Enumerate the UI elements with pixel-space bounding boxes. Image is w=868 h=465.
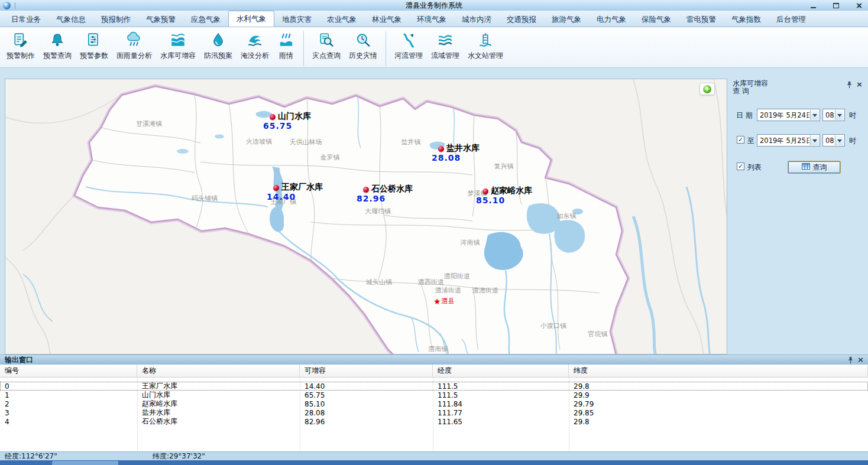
river-management-icon	[400, 31, 417, 49]
panel-title-line2: 查 询	[733, 87, 768, 95]
toolbar-button-河流管理[interactable]: 河流管理	[390, 30, 427, 67]
toolbar-button-label: 预警制作	[7, 51, 35, 61]
toolbar-button-流域管理[interactable]: 流域管理	[427, 30, 464, 67]
disaster-point-query-icon	[318, 31, 335, 49]
toolbar-button-预警制作[interactable]: 预警制作	[2, 30, 39, 67]
output-header-row: 编号名称可增容经度纬度	[0, 365, 868, 378]
column-header-名称[interactable]: 名称	[137, 365, 300, 377]
town-label-小渡口镇: 小渡口镇	[540, 321, 566, 330]
start-date-row: 日 期 2019年 5月24日 08 时	[729, 109, 868, 122]
toolbar-button-label: 流域管理	[431, 51, 459, 61]
menu-item-气象预警[interactable]: 气象预警	[138, 12, 183, 27]
list-query-row: ✓ 列表 查询	[729, 161, 868, 174]
table-cell: 石公桥水库	[137, 417, 300, 427]
menu-item-农业气象[interactable]: 农业气象	[319, 12, 364, 27]
close-button[interactable]: ×	[854, 1, 864, 10]
query-button[interactable]: 查询	[788, 161, 841, 174]
menu-item-后台管理[interactable]: 后台管理	[769, 12, 814, 27]
hour-unit-label: 时	[849, 110, 856, 121]
menu-item-应急气象[interactable]: 应急气象	[183, 12, 228, 27]
menu-item-地质灾害[interactable]: 地质灾害	[274, 12, 319, 27]
area-rainfall-icon	[125, 31, 143, 49]
menu-item-预报制作[interactable]: 预报制作	[93, 12, 138, 27]
town-label-澧浦街道: 澧浦街道	[435, 286, 461, 295]
toolbar-button-雨情[interactable]: 雨情	[273, 30, 299, 67]
taskbar-strip	[0, 460, 868, 465]
town-label-天供山林场: 天供山林场	[290, 138, 322, 147]
menu-item-雷电预警[interactable]: 雷电预警	[679, 12, 724, 27]
list-checkbox[interactable]: ✓	[737, 162, 744, 170]
toolbar-button-预警参数[interactable]: 预警参数	[76, 30, 112, 67]
query-table-icon	[802, 162, 810, 172]
menu-item-环境气象[interactable]: 环境气象	[409, 12, 454, 27]
menu-item-保险气象[interactable]: 保险气象	[634, 12, 679, 27]
toolbar-button-label: 面雨量分析	[116, 51, 152, 61]
output-table: 编号名称可增容经度纬度 0王家厂水库14.40111.529.81山门水库65.…	[0, 365, 868, 451]
reservoir-dot-icon	[438, 146, 444, 152]
reservoir-name-label: 王家厂水库	[281, 182, 323, 193]
toolbar-button-预警查询[interactable]: 预警查询	[39, 30, 76, 67]
toolbar-button-label: 水库可增容	[160, 51, 196, 61]
town-label-盐井镇: 盐井镇	[401, 138, 421, 147]
menu-item-城市内涝[interactable]: 城市内涝	[454, 12, 499, 27]
menu-item-日常业务[interactable]: 日常业务	[4, 12, 48, 27]
window-controls: ×	[808, 0, 864, 11]
menu-item-气象指数[interactable]: 气象指数	[724, 12, 769, 27]
toolbar-button-淹没分析[interactable]: 淹没分析	[237, 30, 273, 67]
table-row-盐井水库[interactable]: 3盐井水库28.08111.7729.85	[0, 408, 868, 417]
menu-item-电力气象[interactable]: 电力气象	[589, 12, 634, 27]
table-row-王家厂水库[interactable]: 0王家厂水库14.40111.529.8	[0, 382, 868, 391]
to-date-checkbox[interactable]: ✓	[737, 136, 744, 144]
minimize-button[interactable]	[808, 1, 818, 10]
column-header-经度[interactable]: 经度	[433, 365, 569, 377]
date-label: 日 期	[736, 110, 753, 121]
toolbar-button-面雨量分析[interactable]: 面雨量分析	[112, 30, 156, 67]
column-header-编号[interactable]: 编号	[0, 365, 137, 377]
map-area[interactable]: 甘溪滩镇火连坡镇天供山林场金罗镇盐井镇复兴镇码头铺镇王家厂镇梦溪镇大堰垱镇如东镇…	[5, 79, 727, 355]
table-row-赵家峪水库[interactable]: 2赵家峪水库85.10111.8429.79	[0, 399, 868, 408]
output-panel-header: 输出窗口 ×	[0, 355, 868, 365]
toolbar-button-灾点查询[interactable]: 灾点查询	[308, 30, 345, 67]
reservoir-dot-icon	[482, 188, 488, 194]
menu-item-旅游气象[interactable]: 旅游气象	[544, 12, 589, 27]
table-cell: 29.85	[569, 409, 868, 417]
reservoir-capacity-value: 85.10	[476, 196, 505, 205]
start-hour-combobox[interactable]: 08	[822, 109, 845, 121]
reservoir-capacity-value: 28.08	[432, 153, 461, 162]
table-cell: 0	[0, 382, 137, 391]
table-row-石公桥水库[interactable]: 4石公桥水库82.96111.6529.8	[0, 417, 868, 426]
table-row-山门水库[interactable]: 1山门水库65.75111.529.9	[0, 391, 868, 399]
table-cell: 111.5	[433, 391, 569, 399]
end-hour-combobox[interactable]: 08	[822, 134, 845, 147]
table-cell: 1	[0, 391, 137, 399]
menu-item-交通预报[interactable]: 交通预报	[499, 12, 544, 27]
table-cell: 65.75	[300, 391, 433, 399]
maximize-button[interactable]	[831, 1, 841, 10]
start-date-combobox[interactable]: 2019年 5月24日	[757, 109, 820, 121]
reservoir-name-label: 赵家峪水库	[491, 186, 532, 196]
toolbar-button-历史灾情[interactable]: 历史灾情	[345, 30, 381, 67]
column-header-纬度[interactable]: 纬度	[569, 365, 868, 377]
toolbar-button-防汛预案[interactable]: 防汛预案	[200, 30, 237, 67]
town-label-官垸镇: 官垸镇	[588, 330, 608, 339]
table-cell: 111.84	[433, 400, 569, 408]
query-button-label: 查询	[813, 162, 827, 173]
map-zoom-button[interactable]: +	[699, 83, 715, 95]
toolbar-button-水库可增容[interactable]: 水库可增容	[156, 30, 200, 67]
toolbar-button-label: 历史灾情	[349, 51, 377, 61]
toolbar-button-label: 预警查询	[43, 51, 72, 61]
close-icon[interactable]: ×	[856, 80, 863, 88]
end-date-combobox[interactable]: 2019年 5月25日	[757, 134, 820, 147]
town-label-涔南镇: 涔南镇	[461, 238, 480, 247]
menu-item-水利气象[interactable]: 水利气象	[228, 11, 274, 27]
output-panel: 输出窗口 × 编号名称可增容经度纬度 0王家厂水库14.40111.529.81…	[0, 355, 868, 451]
menu-item-气象信息[interactable]: 气象信息	[48, 12, 93, 27]
menu-item-林业气象[interactable]: 林业气象	[364, 12, 409, 27]
close-icon[interactable]: ×	[857, 356, 864, 363]
pin-icon[interactable]	[846, 81, 853, 90]
column-header-可增容[interactable]: 可增容	[300, 365, 433, 377]
county-name-label: 澧县	[442, 297, 455, 305]
taskbar-button[interactable]	[52, 461, 118, 465]
reservoir-capacity-value: 14.40	[267, 192, 296, 201]
toolbar-button-水文站管理[interactable]: 水文站管理	[464, 30, 507, 67]
